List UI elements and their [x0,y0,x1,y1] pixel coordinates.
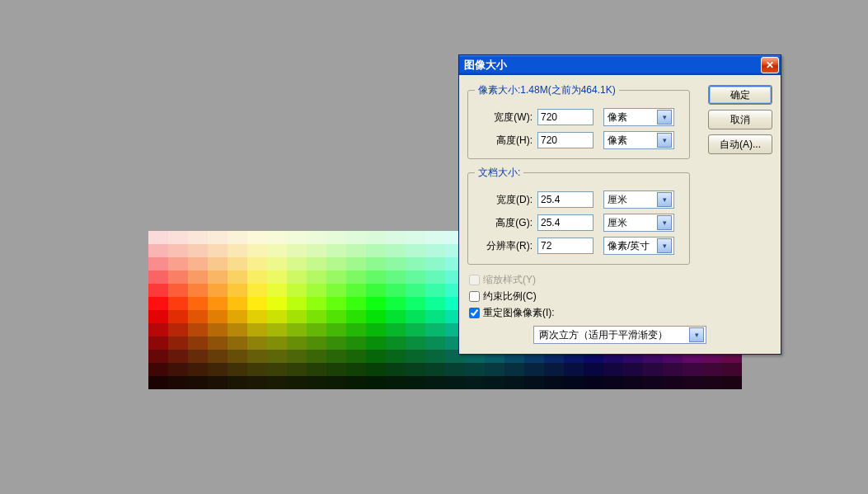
swatch-cell[interactable] [188,350,208,363]
swatch-cell[interactable] [346,271,366,284]
swatch-cell[interactable] [168,244,188,257]
swatch-cell[interactable] [267,244,287,257]
swatch-cell[interactable] [386,257,406,271]
swatch-cell[interactable] [683,363,702,376]
swatch-cell[interactable] [465,363,485,376]
swatch-cell[interactable] [307,363,326,376]
swatch-cell[interactable] [208,297,228,310]
swatch-cell[interactable] [386,310,406,323]
swatch-cell[interactable] [722,363,742,376]
swatch-cell[interactable] [267,257,287,271]
swatch-cell[interactable] [228,231,247,244]
swatch-cell[interactable] [168,257,188,271]
swatch-cell[interactable] [307,257,326,271]
swatch-cell[interactable] [603,376,623,389]
swatch-cell[interactable] [326,271,346,284]
swatch-cell[interactable] [287,231,307,244]
swatch-cell[interactable] [346,284,366,297]
swatch-cell[interactable] [425,363,445,376]
swatch-cell[interactable] [208,271,228,284]
swatch-cell[interactable] [267,297,287,310]
doc-width-input[interactable] [537,191,594,208]
swatch-cell[interactable] [267,363,287,376]
swatch-cell[interactable] [228,350,247,363]
swatch-cell[interactable] [208,310,228,323]
swatch-cell[interactable] [366,297,386,310]
swatch-cell[interactable] [524,363,544,376]
swatch-cell[interactable] [584,363,603,376]
swatch-cell[interactable] [326,244,346,257]
swatch-cell[interactable] [425,271,445,284]
swatch-cell[interactable] [425,310,445,323]
swatch-cell[interactable] [307,323,326,336]
resample-row[interactable]: 重定图像像素(I): [469,304,690,321]
swatch-cell[interactable] [148,350,168,363]
swatch-cell[interactable] [287,376,307,389]
pixel-height-input[interactable] [537,132,594,148]
swatch-cell[interactable] [267,310,287,323]
doc-height-input[interactable] [537,214,594,231]
swatch-cell[interactable] [465,376,485,389]
swatch-cell[interactable] [287,350,307,363]
swatch-cell[interactable] [366,363,386,376]
swatch-cell[interactable] [366,231,386,244]
swatch-cell[interactable] [287,257,307,271]
swatch-cell[interactable] [247,284,267,297]
swatch-cell[interactable] [346,323,366,336]
pixel-width-input[interactable] [537,109,594,125]
swatch-cell[interactable] [208,231,228,244]
swatch-cell[interactable] [485,363,504,376]
swatch-cell[interactable] [425,336,445,350]
swatch-cell[interactable] [208,284,228,297]
swatch-cell[interactable] [247,310,267,323]
swatch-cell[interactable] [148,244,168,257]
chevron-down-icon[interactable]: ▾ [657,110,672,125]
swatch-cell[interactable] [366,271,386,284]
swatch-cell[interactable] [544,376,564,389]
swatch-cell[interactable] [287,310,307,323]
swatch-cell[interactable] [326,376,346,389]
swatch-cell[interactable] [386,297,406,310]
swatch-cell[interactable] [188,336,208,350]
swatch-cell[interactable] [208,363,228,376]
swatch-cell[interactable] [287,336,307,350]
swatch-cell[interactable] [287,363,307,376]
swatch-cell[interactable] [406,336,425,350]
swatch-cell[interactable] [366,323,386,336]
swatch-cell[interactable] [504,363,524,376]
swatch-cell[interactable] [386,350,406,363]
swatch-cell[interactable] [287,271,307,284]
swatch-cell[interactable] [247,257,267,271]
swatch-cell[interactable] [188,310,208,323]
swatch-cell[interactable] [267,350,287,363]
swatch-cell[interactable] [366,284,386,297]
swatch-cell[interactable] [406,271,425,284]
swatch-cell[interactable] [386,284,406,297]
swatch-cell[interactable] [208,244,228,257]
chevron-down-icon[interactable]: ▾ [689,327,704,342]
swatch-cell[interactable] [168,271,188,284]
swatch-cell[interactable] [425,257,445,271]
swatch-cell[interactable] [406,297,425,310]
swatch-cell[interactable] [386,244,406,257]
swatch-cell[interactable] [148,310,168,323]
swatch-cell[interactable] [148,323,168,336]
swatch-cell[interactable] [228,284,247,297]
swatch-cell[interactable] [425,284,445,297]
swatch-cell[interactable] [148,336,168,350]
swatch-cell[interactable] [406,244,425,257]
swatch-cell[interactable] [148,376,168,389]
swatch-cell[interactable] [366,244,386,257]
swatch-cell[interactable] [406,310,425,323]
swatch-cell[interactable] [188,323,208,336]
swatch-cell[interactable] [326,257,346,271]
swatch-cell[interactable] [603,363,623,376]
swatch-cell[interactable] [346,257,366,271]
swatch-cell[interactable] [366,336,386,350]
swatch-cell[interactable] [148,363,168,376]
swatch-cell[interactable] [307,231,326,244]
swatch-cell[interactable] [702,363,722,376]
swatch-cell[interactable] [445,376,465,389]
swatch-cell[interactable] [326,336,346,350]
swatch-cell[interactable] [504,376,524,389]
